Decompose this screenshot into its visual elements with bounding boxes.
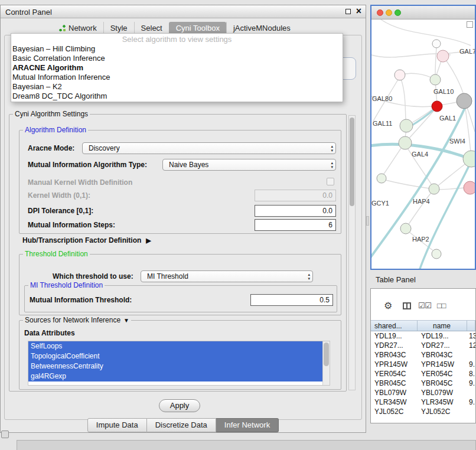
select-all-columns-icon[interactable]: ☑ ☑ [418,301,431,310]
table-cell[interactable]: YDL19... [371,331,418,341]
table-cell[interactable]: YBL079W [418,388,467,397]
table-cell[interactable]: YDL19... [418,331,467,341]
table-cell[interactable]: YPR145W [418,360,467,369]
mi-steps-field[interactable] [255,219,336,231]
control-panel-titlebar[interactable]: Control Panel × [1,5,366,18]
sources-group: Sources for Network Inference▼ Data Attr… [19,320,341,390]
network-node[interactable] [432,249,441,259]
table-header-cell[interactable]: shared... [371,321,418,331]
table-row[interactable]: YDL19...YDL19...13 [371,331,475,341]
table-cell[interactable]: YLR345W [371,397,418,407]
bottom-tab-impute-data[interactable]: Impute Data [87,418,147,432]
splitter-handle[interactable] [366,216,369,226]
table-row[interactable]: YJL052CYJL052C [371,407,475,416]
mi-type-select[interactable]: Naive Bayes ▴▾ [162,159,336,171]
attribute-item-topologicalcoefficient[interactable]: TopologicalCoefficient [28,351,322,361]
table-cell[interactable]: YBL079W [371,388,418,397]
dropdown-item-aracne-algorithm[interactable]: ARACNE Algorithm [11,63,343,73]
table-cell[interactable]: YPR145W [371,360,418,369]
collapsed-arrow-icon[interactable]: ▶ [146,237,151,244]
table-cell[interactable]: YER054C [371,369,418,379]
dropdown-item-basic-correlation-inference[interactable]: Basic Correlation Inference [11,54,343,63]
sources-group-title[interactable]: Sources for Network Inference▼ [23,316,131,324]
table-cell[interactable]: 8. [467,369,475,379]
table-row[interactable]: YPR145WYPR145W9. [371,360,475,369]
mi-type-value: Naive Bayes [169,161,208,169]
table-row[interactable]: YLR345WYLR345W9. [371,397,475,407]
network-node[interactable] [437,50,449,62]
list-scrollbar[interactable] [322,341,330,385]
minimized-panel-icon[interactable] [1,431,9,438]
expanded-arrow-icon[interactable]: ▼ [123,317,129,324]
close-traffic-icon[interactable] [377,9,383,16]
aracne-mode-select[interactable]: Discovery ▴▾ [82,142,336,154]
settings-scrollbar-thumb[interactable] [350,118,354,206]
table-cell[interactable]: YBR045C [371,379,418,388]
table-header-cell[interactable] [467,321,475,331]
which-threshold-select[interactable]: MI Threshold ▴▾ [141,270,313,282]
network-node-hap2[interactable] [400,223,411,234]
network-node[interactable] [457,93,472,109]
bottom-tab-infer-network[interactable]: Infer Network [216,418,279,432]
deselect-all-columns-icon[interactable]: □ □ [437,301,445,310]
table-cell[interactable]: YBR045C [418,379,467,388]
manual-kernel-checkbox[interactable] [327,178,334,185]
network-corner-widget[interactable] [467,21,473,28]
attribute-item-selfloops[interactable]: SelfLoops [28,341,322,351]
attribute-item-gal4rgexp[interactable]: gal4RGexp [28,371,322,381]
table-cell[interactable] [467,388,475,397]
network-node[interactable] [395,70,405,80]
table-cell[interactable]: 12 [467,341,475,350]
table-cell[interactable]: 9. [467,360,475,369]
network-node-gcy1[interactable] [377,174,386,183]
bottom-tab-discretize-data[interactable]: Discretize Data [147,418,216,432]
table-cell[interactable] [467,350,475,360]
table-row[interactable]: YBR045CYBR045C9. [371,379,475,388]
dpi-tolerance-field[interactable] [255,205,336,217]
network-node-hap4[interactable] [429,184,439,194]
dropdown-item-mutual-information-inference[interactable]: Mutual Information Inference [11,73,343,82]
table-cell[interactable]: 9. [467,397,475,407]
table-row[interactable]: YBR043CYBR043C [371,350,475,360]
network-node[interactable] [464,181,475,194]
table-header-cell[interactable]: name [418,321,467,331]
columns-icon[interactable] [403,302,411,309]
mi-threshold-field[interactable] [250,294,333,306]
table-cell[interactable] [467,407,475,416]
dropdown-item-bayesian-k2[interactable]: Bayesian – K2 [11,82,343,92]
dropdown-item-dream8-dc-tdc-algorithm[interactable]: Dream8 DC_TDC Algorithm [11,92,343,101]
network-node[interactable] [432,40,441,48]
kernel-width-field[interactable] [255,190,336,201]
close-icon[interactable]: × [356,6,361,17]
zoom-traffic-icon[interactable] [395,9,401,16]
table-cell[interactable]: YDR27... [371,341,418,350]
table-cell[interactable]: 13 [467,331,475,341]
hub-definition-toggle[interactable]: Hub/Transcription Factor Definition▶ [22,236,151,244]
gear-icon[interactable]: ⚙ [384,300,392,311]
table-cell[interactable]: YJL052C [371,407,418,416]
table-cell[interactable]: 9. [467,379,475,388]
table-cell[interactable]: YBR043C [371,350,418,360]
minimize-traffic-icon[interactable] [386,9,392,16]
network-node-gal11[interactable] [400,119,413,132]
network-node-gal1[interactable] [432,101,442,112]
network-edge [401,79,406,120]
list-scrollbar-thumb[interactable] [324,343,329,366]
table-cell[interactable]: YDR27... [418,341,467,350]
table-row[interactable]: YER054CYER054C8. [371,369,475,379]
table-cell[interactable]: YER054C [418,369,467,379]
table-row[interactable]: YBL079WYBL079W [371,388,475,397]
settings-scrollbar[interactable] [348,115,356,390]
network-node-gal4[interactable] [399,136,412,149]
table-cell[interactable]: YJL052C [418,407,467,416]
network-titlebar[interactable] [371,6,475,19]
table-cell[interactable]: YBR043C [418,350,467,360]
attribute-item-betweennesscentrality[interactable]: BetweennessCentrality [28,361,322,371]
network-node-gal10[interactable] [430,74,441,85]
apply-button[interactable]: Apply [159,399,200,412]
dropdown-item-bayesian-hill-climbing[interactable]: Bayesian – Hill Climbing [11,44,343,54]
table-panel-title: Table Panel [376,275,416,284]
float-window-icon[interactable] [345,9,351,14]
table-row[interactable]: YDR27...YDR27...12 [371,341,475,350]
table-cell[interactable]: YLR345W [418,397,467,407]
